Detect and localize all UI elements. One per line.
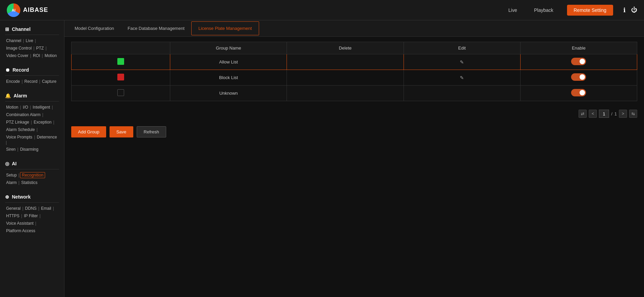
sidebar-item-general[interactable]: General — [5, 205, 22, 211]
playback-button[interactable]: Playback — [531, 5, 557, 15]
page-last-button[interactable]: ⇆ — [629, 110, 637, 118]
sidebar-section-alarm: 🔔 Alarm Motion | I/O | Intelligent | Com… — [0, 87, 64, 155]
toggle-allow[interactable] — [571, 58, 586, 65]
alarm-row-2: Combination Alarm | — [5, 111, 59, 118]
sidebar-item-siren[interactable]: Siren — [5, 146, 17, 152]
row-color-allow — [72, 54, 170, 70]
row-edit-allow[interactable]: ✎ — [404, 54, 520, 70]
save-button[interactable]: Save — [110, 126, 133, 137]
sidebar-item-https[interactable]: HTTPS — [5, 213, 20, 219]
sidebar-item-ptz[interactable]: PTZ — [35, 45, 45, 51]
sidebar-item-image-control[interactable]: Image Control — [5, 45, 33, 51]
remote-setting-button[interactable]: Remote Setting — [567, 5, 613, 16]
row-delete-block — [287, 70, 404, 86]
sidebar-item-intelligent[interactable]: Intelligent — [32, 104, 51, 110]
sidebar-item-disarming[interactable]: Disarming — [19, 146, 39, 152]
sidebar-section-channel: ⊞ Channel Channel | Live | Image Control… — [0, 20, 64, 61]
live-button[interactable]: Live — [505, 5, 521, 15]
row-group-block: Block List — [170, 70, 287, 86]
sidebar-item-exception[interactable]: Exception — [33, 119, 53, 125]
table-row: Unknown — [72, 86, 637, 101]
sidebar-item-record[interactable]: Record — [23, 78, 39, 85]
page-first-button[interactable]: ⇄ — [579, 110, 587, 118]
info-icon[interactable]: ℹ — [623, 6, 626, 14]
sidebar-item-encode[interactable]: Encode — [5, 78, 21, 85]
row-color-block — [72, 70, 170, 86]
toggle-unknown[interactable] — [571, 89, 586, 96]
network-row-4: Platform Access — [5, 227, 59, 235]
add-group-button[interactable]: Add Group — [71, 126, 106, 137]
tab-license-plate[interactable]: License Plate Management — [191, 21, 259, 35]
channel-row-2: Image Control | PTZ | — [5, 44, 59, 52]
sidebar-item-live[interactable]: Live — [25, 38, 34, 44]
col-header-group-name: Group Name — [170, 42, 287, 54]
alarm-section-title: 🔔 Alarm — [5, 90, 59, 101]
refresh-button[interactable]: Refresh — [137, 126, 167, 137]
alarm-row-6: Siren | Disarming — [5, 146, 59, 153]
sidebar-item-ai-statistics[interactable]: Statistics — [20, 180, 38, 186]
sidebar: ⊞ Channel Channel | Live | Image Control… — [0, 20, 64, 297]
edit-icon-allow[interactable]: ✎ — [460, 59, 464, 65]
sidebar-item-roi[interactable]: ROI — [32, 53, 41, 59]
top-icons: ℹ ⏻ — [623, 6, 637, 14]
alarm-row-3: PTZ Linkage | Exception | — [5, 118, 59, 126]
sidebar-item-ptz-linkage[interactable]: PTZ Linkage — [5, 119, 30, 125]
network-icon: ⊕ — [5, 194, 9, 200]
sidebar-item-platform-access[interactable]: Platform Access — [5, 228, 36, 234]
sidebar-item-voice-assistant[interactable]: Voice Assistant — [5, 220, 35, 226]
col-header-delete: Delete — [287, 42, 404, 54]
page-number-input[interactable] — [599, 110, 609, 118]
page-prev-button[interactable]: < — [589, 110, 597, 118]
sidebar-item-ai-setup[interactable]: Setup — [5, 172, 18, 178]
sidebar-item-alarm-schedule[interactable]: Alarm Schedule — [5, 127, 36, 133]
edit-icon-block[interactable]: ✎ — [460, 75, 464, 80]
alarm-row-4: Alarm Schedule | — [5, 126, 59, 133]
sidebar-item-channel-live[interactable]: Channel — [5, 38, 22, 44]
row-edit-block[interactable]: ✎ — [404, 70, 520, 86]
sidebar-item-motion-channel[interactable]: Motion — [43, 53, 58, 59]
sidebar-item-capture[interactable]: Capture — [41, 78, 58, 85]
channel-row-3: Video Cover | ROI | Motion — [5, 52, 59, 59]
table-row: Allow List ✎ — [72, 54, 637, 70]
sidebar-item-video-cover[interactable]: Video Cover — [5, 53, 30, 59]
sidebar-item-motion[interactable]: Motion — [5, 104, 19, 110]
top-nav-right: Live Playback Remote Setting ℹ ⏻ — [505, 5, 637, 16]
sidebar-item-combination-alarm[interactable]: Combination Alarm — [5, 112, 41, 118]
toggle-block[interactable] — [571, 73, 586, 81]
table-section: Group Name Delete Edit Enable Allow List — [64, 37, 644, 106]
page-next-button[interactable]: > — [619, 110, 627, 118]
alarm-icon: 🔔 — [5, 93, 11, 98]
top-nav: AI AIBASE Live Playback Remote Setting ℹ… — [0, 0, 644, 20]
pagination: ⇄ < / 1 > ⇆ — [64, 106, 644, 121]
row-enable-block — [520, 70, 637, 86]
content-area: Model Configuration Face Database Manage… — [64, 20, 644, 297]
action-bar: Add Group Save Refresh — [64, 121, 644, 143]
table-row: Block List ✎ — [72, 70, 637, 86]
col-header-edit: Edit — [404, 42, 520, 54]
tab-face-db[interactable]: Face Database Management — [121, 22, 191, 35]
sidebar-item-email[interactable]: Email — [40, 205, 52, 211]
row-edit-unknown — [404, 86, 520, 101]
sidebar-item-ip-filter[interactable]: IP Filter — [23, 213, 39, 219]
sidebar-item-deterrence[interactable]: Deterrence — [36, 134, 58, 140]
row-group-unknown: Unknown — [170, 86, 287, 101]
row-group-allow: Allow List — [170, 54, 287, 70]
channel-section-title: ⊞ Channel — [5, 24, 59, 35]
alarm-row-5: Voice Prompts | Deterrence | — [5, 133, 59, 146]
network-row-1: General | DDNS | Email | — [5, 205, 59, 212]
sidebar-item-ddns[interactable]: DDNS — [24, 205, 38, 211]
sidebar-item-ai-recognition[interactable]: Recognition — [20, 172, 45, 178]
sidebar-item-ai-alarm[interactable]: Alarm — [5, 180, 18, 186]
sidebar-section-ai: ◎ AI Setup | Recognition Alarm | Statist… — [0, 155, 64, 188]
sidebar-item-io[interactable]: I/O — [22, 104, 29, 110]
ai-section-title: ◎ AI — [5, 158, 59, 169]
license-plate-table: Group Name Delete Edit Enable Allow List — [71, 42, 637, 101]
network-row-2: HTTPS | IP Filter | — [5, 212, 59, 220]
power-icon[interactable]: ⏻ — [631, 6, 637, 14]
sidebar-item-voice-prompts[interactable]: Voice Prompts — [5, 134, 33, 140]
tab-model-config[interactable]: Model Configuration — [68, 22, 121, 35]
logo-area: AI AIBASE — [7, 3, 48, 17]
color-indicator-green — [117, 58, 124, 65]
record-icon: ⏺ — [5, 67, 10, 73]
page-separator: / — [611, 111, 612, 116]
